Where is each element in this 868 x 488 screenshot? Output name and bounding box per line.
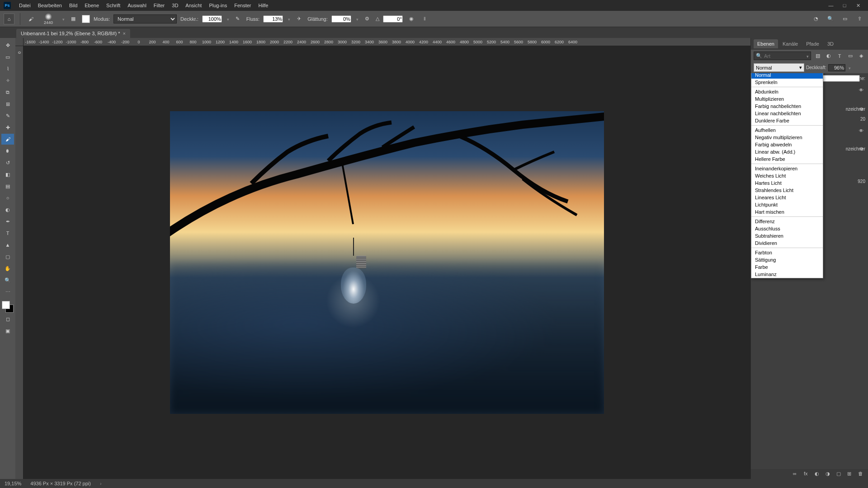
- fx-icon[interactable]: fx: [804, 471, 810, 477]
- maximize-button[interactable]: □: [838, 1, 851, 10]
- dodge-tool[interactable]: ◐: [1, 204, 14, 215]
- move-tool[interactable]: ✥: [1, 40, 14, 51]
- brush-tool[interactable]: 🖌: [1, 134, 14, 145]
- tab-3d[interactable]: 3D: [824, 39, 837, 48]
- blend-mode-option[interactable]: Ineinanderkopieren: [751, 165, 823, 172]
- home-button[interactable]: ⌂: [4, 14, 14, 24]
- layer-opacity-input[interactable]: [828, 64, 845, 71]
- blend-mode-option[interactable]: Luminanz: [751, 271, 823, 278]
- brush-panel-toggle[interactable]: ▦: [68, 14, 78, 24]
- blend-mode-option[interactable]: Sprenkeln: [751, 79, 823, 86]
- heal-tool[interactable]: ✚: [1, 122, 14, 133]
- pressure-size-icon[interactable]: ◉: [406, 14, 416, 24]
- horizontal-ruler[interactable]: -1600-1400-1200-1000-800-600-400-2000200…: [24, 38, 750, 46]
- airbrush-icon[interactable]: ✈: [294, 14, 304, 24]
- crop-tool[interactable]: ⧉: [1, 87, 14, 98]
- hand-tool[interactable]: ✋: [1, 263, 14, 274]
- screenmode-tool[interactable]: ▣: [1, 325, 14, 336]
- vertical-ruler[interactable]: 0: [15, 46, 24, 479]
- delete-layer-icon[interactable]: 🗑: [858, 471, 864, 477]
- blend-mode-select[interactable]: Normal: [113, 14, 177, 23]
- menu-fenster[interactable]: Fenster: [231, 3, 255, 8]
- blend-mode-option[interactable]: Farbig abwedeln: [751, 141, 823, 148]
- blend-mode-option[interactable]: Hart mischen: [751, 208, 823, 216]
- workspace-icon[interactable]: ▭: [840, 14, 850, 24]
- path-select-tool[interactable]: ▲: [1, 239, 14, 250]
- color-swatch[interactable]: [82, 15, 90, 23]
- gradient-tool[interactable]: ▤: [1, 181, 14, 192]
- blend-mode-option[interactable]: Normal: [751, 73, 823, 79]
- new-layer-icon[interactable]: ⊞: [847, 471, 854, 477]
- menu-bild[interactable]: Bild: [66, 3, 81, 8]
- eye-icon[interactable]: 👁: [859, 88, 863, 93]
- minimize-button[interactable]: —: [825, 1, 837, 10]
- menu-3d[interactable]: 3D: [168, 3, 182, 8]
- type-tool[interactable]: T: [1, 228, 14, 239]
- blend-mode-option[interactable]: Linear nachbelichten: [751, 110, 823, 117]
- color-wells[interactable]: [2, 301, 14, 313]
- group-icon[interactable]: ▢: [836, 471, 843, 477]
- tab-layers[interactable]: Ebenen: [754, 39, 778, 48]
- cloud-docs-icon[interactable]: ◔: [811, 14, 821, 24]
- menu-hilfe[interactable]: Hilfe: [255, 3, 272, 8]
- blend-mode-option[interactable]: Farbe: [751, 263, 823, 271]
- link-layers-icon[interactable]: ∞: [793, 471, 799, 477]
- blend-mode-option[interactable]: Ausschluss: [751, 225, 823, 232]
- angle-input[interactable]: [383, 15, 403, 23]
- shape-tool[interactable]: ▢: [1, 251, 14, 262]
- eraser-tool[interactable]: ◧: [1, 169, 14, 180]
- close-window-button[interactable]: ✕: [852, 1, 864, 10]
- menu-datei[interactable]: Datei: [15, 3, 34, 8]
- pressure-opacity-icon[interactable]: ✎: [233, 14, 243, 24]
- document-canvas[interactable]: [24, 46, 750, 479]
- menu-ebene[interactable]: Ebene: [81, 3, 103, 8]
- blend-mode-menu[interactable]: Normal▾ NormalSprenkelnAbdunkelnMultipli…: [751, 73, 823, 278]
- flow-input[interactable]: [263, 15, 283, 23]
- wand-tool[interactable]: ✧: [1, 75, 14, 86]
- foreground-color-swatch[interactable]: [2, 301, 10, 309]
- smoothing-gear-icon[interactable]: ⚙: [362, 14, 372, 24]
- tab-channels[interactable]: Kanäle: [779, 39, 802, 48]
- blend-mode-option[interactable]: Hellere Farbe: [751, 155, 823, 163]
- pen-tool[interactable]: ✒: [1, 216, 14, 227]
- blend-mode-option[interactable]: Farbton: [751, 249, 823, 256]
- menu-auswahl[interactable]: Auswahl: [124, 3, 150, 8]
- blend-mode-option[interactable]: Abdunkeln: [751, 88, 823, 95]
- quickmask-tool[interactable]: ◻: [1, 314, 14, 324]
- stamp-tool[interactable]: ⧯: [1, 145, 14, 156]
- blend-mode-option[interactable]: Multiplizieren: [751, 95, 823, 103]
- blend-mode-option[interactable]: Subtrahieren: [751, 232, 823, 239]
- filter-smart-icon[interactable]: ◈: [857, 52, 865, 60]
- menu-bearbeiten[interactable]: Bearbeiten: [34, 3, 66, 8]
- blend-mode-option[interactable]: Strahlendes Licht: [751, 187, 823, 194]
- menu-schrift[interactable]: Schrift: [103, 3, 124, 8]
- lasso-tool[interactable]: ⌇: [1, 63, 14, 74]
- settings-icon[interactable]: ⚙: [859, 146, 863, 151]
- document-tab[interactable]: Unbenannt-1 bei 19,2% (Ebene 3, RGB/8#) …: [16, 29, 130, 38]
- marquee-tool[interactable]: ▭: [1, 52, 14, 62]
- blend-mode-option[interactable]: Lineares Licht: [751, 194, 823, 201]
- adjustment-icon[interactable]: ◑: [826, 471, 832, 477]
- eyedropper-tool[interactable]: ✎: [1, 110, 14, 121]
- settings-icon[interactable]: ⚙: [859, 107, 863, 112]
- blend-mode-option[interactable]: Farbig nachbelichten: [751, 103, 823, 110]
- menu-plug-ins[interactable]: Plug-ins: [205, 3, 231, 8]
- blend-mode-option[interactable]: Hartes Licht: [751, 179, 823, 187]
- close-tab-icon[interactable]: ×: [123, 31, 126, 36]
- layer-filter-input[interactable]: [764, 53, 803, 59]
- filter-image-icon[interactable]: ▧: [814, 52, 822, 60]
- opacity-input[interactable]: [202, 15, 222, 23]
- search-icon[interactable]: 🔍: [826, 14, 835, 24]
- edit-toolbar[interactable]: ⋯: [1, 286, 14, 297]
- history-brush-tool[interactable]: ↺: [1, 157, 14, 168]
- tab-paths[interactable]: Pfade: [802, 39, 823, 48]
- filter-shape-icon[interactable]: ▭: [846, 52, 854, 60]
- filter-type-icon[interactable]: T: [835, 52, 844, 60]
- blend-mode-option[interactable]: Dividieren: [751, 239, 823, 247]
- brush-preset-picker[interactable]: 2440: [39, 13, 57, 25]
- blend-mode-dropdown[interactable]: Normal▾: [754, 63, 804, 72]
- menu-ansicht[interactable]: Ansicht: [182, 3, 205, 8]
- smoothing-input[interactable]: [331, 15, 351, 23]
- blend-mode-option[interactable]: Linear abw. (Add.): [751, 148, 823, 155]
- share-icon[interactable]: ⇪: [854, 14, 864, 24]
